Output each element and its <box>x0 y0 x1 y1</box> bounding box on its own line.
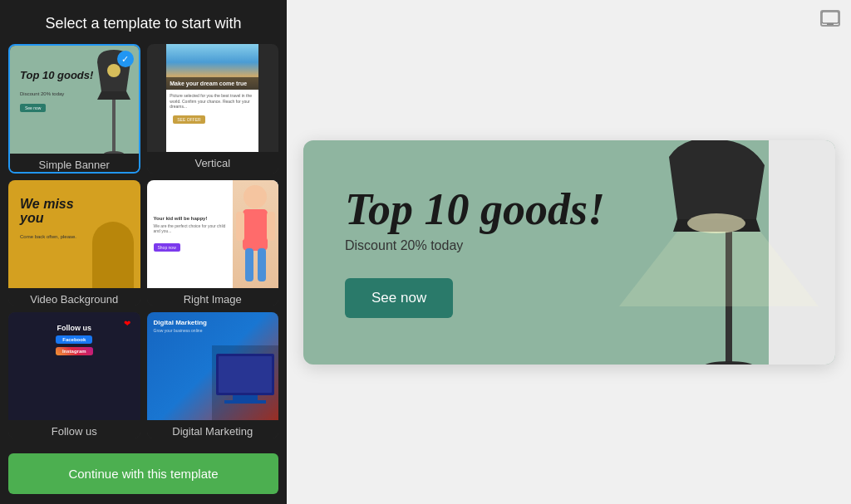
svg-point-3 <box>243 185 267 208</box>
banner-content: Top 10 goods! Discount 20% today See now <box>303 154 835 351</box>
vertical-thumb: Make your dream come true Picture select… <box>147 44 279 152</box>
right-img-thumb: Your kid will be happy! We are the perfe… <box>147 180 279 288</box>
digital-thumb: Digital Marketing Grow your business onl… <box>147 312 279 420</box>
thumb-subtitle: Discount 20% today <box>20 91 64 96</box>
device-icon <box>820 10 840 27</box>
svg-rect-5 <box>236 212 244 241</box>
simple-banner-label: Simple Banner <box>10 154 139 174</box>
template-item-right-img[interactable]: Your kid will be happy! We are the perfe… <box>147 180 279 306</box>
social-thumb: ❤ Follow us Facebook Instagram <box>8 312 140 420</box>
digital-label: Digital Marketing <box>147 420 279 438</box>
template-item-digital[interactable]: Digital Marketing Grow your business onl… <box>147 312 279 438</box>
svg-rect-7 <box>245 248 253 281</box>
svg-rect-14 <box>822 12 839 23</box>
svg-point-1 <box>104 151 124 154</box>
svg-rect-6 <box>267 212 275 241</box>
social-preview: ❤ Follow us Facebook Instagram <box>8 312 140 420</box>
banner-see-now-button[interactable]: See now <box>345 278 453 318</box>
svg-point-2 <box>107 64 121 77</box>
vert-title: Make your dream come true <box>170 81 255 86</box>
right-img-preview: Your kid will be happy! We are the perfe… <box>147 180 279 288</box>
right-img-label: Right Image <box>147 288 279 306</box>
ig-button: Instagram <box>56 347 93 355</box>
panel-title: Select a template to start with <box>0 0 287 44</box>
fb-button: Facebook <box>56 335 92 344</box>
continue-button[interactable]: Continue with this template <box>8 453 278 494</box>
banner-preview: Top 10 goods! Discount 20% today See now <box>303 140 835 365</box>
vert-button: SEE OFFER <box>173 115 204 124</box>
templates-grid: ✓ Top 10 goods! Discount 20% today See n… <box>0 44 287 447</box>
ri-content: Your kid will be happy! We are the perfe… <box>147 209 234 259</box>
vert-sub: Picture selected for you the best travel… <box>170 93 255 110</box>
svg-rect-8 <box>258 248 266 281</box>
banner-subtitle: Discount 20% today <box>345 238 794 253</box>
dig-sub: Grow your business online <box>154 328 273 333</box>
svg-rect-11 <box>219 356 272 393</box>
ri-sub: We are the perfect choice for your child… <box>154 223 227 234</box>
svg-point-18 <box>704 361 754 365</box>
thumb-title: Top 10 goods! <box>20 69 93 81</box>
video-bg-preview: We missyou Come back often, please. <box>8 180 140 288</box>
heart-icon: ❤ <box>124 319 130 328</box>
vid-title: We missyou <box>20 197 74 226</box>
dig-title: Digital Marketing <box>154 319 273 326</box>
template-item-vertical[interactable]: Make your dream come true Picture select… <box>147 44 279 174</box>
svg-rect-15 <box>827 23 834 25</box>
video-bg-thumb: We missyou Come back often, please. <box>8 180 140 288</box>
svg-rect-13 <box>224 400 266 404</box>
soc-title: Follow us <box>57 324 92 332</box>
template-selector-panel: Select a template to start with ✓ Top 10… <box>0 0 287 504</box>
selected-check-icon: ✓ <box>117 51 134 67</box>
vertical-label: Vertical <box>147 152 279 174</box>
video-bg-label: Video Background <box>8 288 140 306</box>
ri-button: Shop now <box>154 243 180 252</box>
vert-body: Picture selected for you the best travel… <box>166 90 258 152</box>
vert-overlay: Make your dream come true <box>166 77 258 90</box>
dog-illustration <box>92 222 134 288</box>
vertical-preview: Make your dream come true Picture select… <box>166 44 258 152</box>
svg-rect-4 <box>243 209 268 251</box>
thumb-button: See now <box>20 104 46 112</box>
vert-image: Make your dream come true <box>166 44 258 90</box>
banner-title: Top 10 goods! <box>345 187 794 232</box>
digital-preview: Digital Marketing Grow your business onl… <box>147 312 279 420</box>
template-item-video-bg[interactable]: We missyou Come back often, please. Vide… <box>8 180 140 306</box>
ri-title: Your kid will be happy! <box>154 216 227 221</box>
svg-rect-0 <box>112 95 116 154</box>
svg-rect-12 <box>233 395 258 400</box>
ri-person-image <box>233 180 278 288</box>
social-label: Follow us <box>8 420 140 438</box>
vid-sub: Come back often, please. <box>20 234 76 239</box>
template-item-social[interactable]: ❤ Follow us Facebook Instagram Follow us <box>8 312 140 438</box>
preview-panel: Top 10 goods! Discount 20% today See now <box>287 0 851 504</box>
template-item-simple-banner[interactable]: ✓ Top 10 goods! Discount 20% today See n… <box>8 44 140 174</box>
